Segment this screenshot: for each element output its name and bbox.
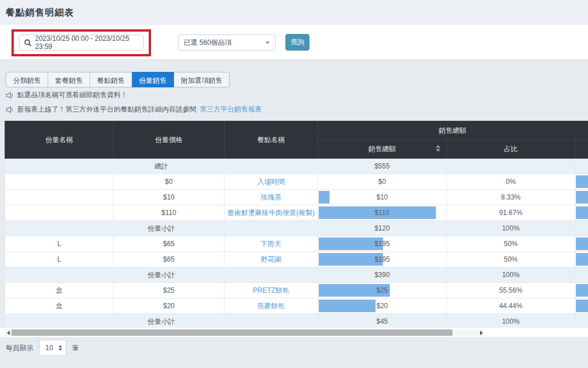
search-icon (24, 39, 32, 47)
pagination: 每頁顯示 10 筆 (6, 340, 79, 356)
item-name-link[interactable]: 入場時間 (257, 178, 285, 186)
item-row: $10玫瑰茶$108.33% (5, 190, 588, 205)
cell-size-price: $20 (114, 298, 225, 314)
third-party-report-link[interactable]: 第三方平台銷售報表 (200, 105, 262, 114)
sales-amount-bar (319, 253, 383, 266)
query-button[interactable]: 查詢 (285, 34, 310, 51)
clipped-bar-fragment (576, 300, 588, 312)
cell-clipped-next-column (575, 283, 588, 298)
cell-size-price: $0 (114, 174, 225, 190)
cell-ratio: 8.33% (447, 190, 575, 205)
item-row: $0入場時間$00% (5, 174, 588, 190)
cell-size-name (5, 190, 114, 205)
cell-size-name: 盒 (5, 283, 114, 298)
cell-clipped-next-column (575, 298, 588, 314)
cell-clipped-next-column (575, 174, 588, 190)
cell-sales-amount: $110 (318, 205, 447, 221)
item-name-link[interactable]: 玫瑰茶 (261, 193, 281, 201)
cell-size-price: $65 (114, 236, 225, 252)
sales-table-container: 份量名稱 份量價格 餐點名稱 銷售總額 銷售總額 占比 總計$555$0入場 (5, 121, 588, 329)
item-name-link[interactable]: 野花園 (261, 255, 281, 263)
cell-item-name: 臺南鮮燙麻辣牛肉便當(複製) (225, 205, 318, 221)
col-header-size-price: 份量價格 (114, 121, 225, 159)
subtotal-row-clipped (575, 267, 588, 283)
per-page-select[interactable]: 10 (39, 340, 66, 356)
item-name-link[interactable]: 燕麥餅乾 (257, 302, 285, 310)
main-content: 分類銷售套餐銷售餐點銷售份量銷售附加選項銷售 點選品項名稱可查看細部銷售資料！ … (0, 60, 588, 368)
item-row: L$65野花園$19550% (5, 252, 588, 267)
notice-line-1: 點選品項名稱可查看細部銷售資料！ (6, 90, 127, 100)
cell-size-price: $10 (114, 190, 225, 205)
cell-item-name: 野花園 (225, 252, 318, 267)
cell-sales-amount: $20 (318, 298, 447, 314)
subtotal-row: 份量小計$45100% (5, 314, 588, 329)
scroll-left-arrow-icon[interactable] (5, 329, 11, 336)
subtotal-row-clipped (575, 314, 588, 329)
item-row: 盒$25PRETZ餅乾$2555.56% (5, 283, 588, 298)
cell-size-price: $110 (114, 205, 225, 221)
total-row-amount: $555 (318, 159, 447, 174)
item-row: 盒$20燕麥餅乾$2044.44% (5, 298, 588, 314)
sub-header-sales-total[interactable]: 銷售總額 (318, 140, 447, 159)
cell-size-price: $25 (114, 283, 225, 298)
tab-bar: 分類銷售套餐銷售餐點銷售份量銷售附加選項銷售 (6, 72, 230, 87)
clipped-bar-fragment (576, 237, 588, 250)
total-row: 總計$555 (5, 159, 588, 174)
tab-附加選項銷售[interactable]: 附加選項銷售 (174, 72, 230, 87)
top-band: 餐點銷售明細表 (0, 0, 588, 25)
cell-ratio: 44.44% (447, 298, 575, 314)
item-name-link[interactable]: 臺南鮮燙麻辣牛肉便當(複製) (227, 209, 315, 217)
per-page-label: 每頁顯示 (6, 343, 33, 353)
cell-size-name (5, 205, 114, 221)
cell-ratio: 0% (447, 174, 575, 190)
clipped-bar-fragment (576, 175, 588, 188)
subtotal-row-label: 份量小計 (5, 221, 318, 236)
per-page-unit: 筆 (72, 343, 79, 353)
cell-item-name: PRETZ餅乾 (225, 283, 318, 298)
cell-clipped-next-column (575, 236, 588, 252)
sort-icon[interactable] (436, 145, 440, 152)
horizontal-scrollbar[interactable] (5, 329, 485, 336)
subtotal-row: 份量小計$120100% (5, 221, 588, 236)
item-name-link[interactable]: PRETZ餅乾 (253, 286, 289, 294)
items-filter-value: 已選 560個品項 (184, 38, 231, 48)
item-name-link[interactable]: 下雨天 (261, 240, 281, 248)
cell-clipped-next-column (575, 252, 588, 267)
tab-餐點銷售[interactable]: 餐點銷售 (90, 72, 132, 87)
cell-clipped-next-column (575, 205, 588, 221)
cell-item-name: 入場時間 (225, 174, 318, 190)
spinner-arrows-icon[interactable] (59, 345, 62, 351)
group-header-sales-total: 銷售總額 (318, 121, 588, 140)
sales-amount-bar (319, 237, 383, 250)
cell-size-name: L (5, 252, 114, 267)
date-range-input[interactable]: 2023/10/25 00:00 - 2023/10/25 23:59 (19, 34, 144, 51)
scrollbar-thumb[interactable] (11, 329, 452, 336)
tab-套餐銷售[interactable]: 套餐銷售 (48, 72, 90, 87)
cell-ratio: 91.67% (447, 205, 575, 221)
cell-sales-amount: $10 (318, 190, 447, 205)
cell-sales-amount: $0 (318, 174, 447, 190)
tab-分類銷售[interactable]: 分類銷售 (6, 72, 48, 87)
page-title: 餐點銷售明細表 (0, 0, 588, 19)
tab-份量銷售[interactable]: 份量銷售 (132, 72, 174, 87)
chevron-down-icon (265, 41, 270, 44)
cell-item-name: 燕麥餅乾 (225, 298, 318, 314)
cell-ratio: 55.56% (447, 283, 575, 298)
items-filter-dropdown[interactable]: 已選 560個品項 (178, 34, 276, 51)
clipped-bar-fragment (576, 191, 588, 204)
cell-size-name: 盒 (5, 298, 114, 314)
sales-amount-bar (319, 191, 330, 204)
date-range-value: 2023/10/25 00:00 - 2023/10/25 23:59 (35, 34, 138, 51)
cell-size-name: L (5, 236, 114, 252)
subtotal-row-clipped (575, 221, 588, 236)
sub-header-ratio: 占比 (447, 140, 575, 159)
total-row-label: 總計 (5, 159, 318, 174)
subtotal-row-amount: $390 (318, 267, 447, 283)
scroll-right-arrow-icon[interactable] (478, 329, 485, 336)
notice-line-2: 新報表上線了！第三方外送平台的餐點銷售詳細內容請參閱第三方平台銷售報表 (6, 105, 262, 114)
subtotal-row-amount: $45 (318, 314, 447, 329)
notice-text: 點選品項名稱可查看細部銷售資料！ (17, 90, 127, 100)
cell-size-name (5, 174, 114, 190)
per-page-value: 10 (45, 344, 53, 352)
clipped-bar-fragment (576, 253, 588, 266)
